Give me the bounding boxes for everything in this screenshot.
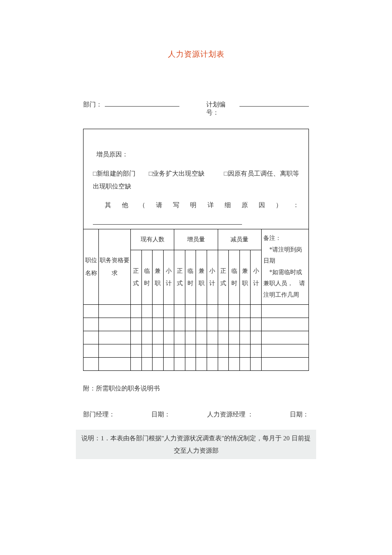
signature-line: 部门经理： 日期： 人力资源经理 ： 日期：	[83, 410, 309, 419]
reason-label: 增员原因：	[93, 146, 299, 163]
sub-parttime: 兼职	[196, 250, 207, 305]
dept-blank	[105, 100, 179, 107]
notes-cell: 备注： *请注明到岗日期 *如需临时或兼职人员， 请注明工作几周	[262, 229, 309, 305]
sub-subtotal: 小计	[251, 250, 262, 305]
table-row	[84, 304, 309, 318]
table-row	[84, 318, 309, 331]
sub-parttime: 兼职	[239, 250, 251, 305]
sub-formal: 正式	[218, 250, 229, 305]
sub-subtotal: 小计	[207, 250, 218, 305]
plan-number-blank	[239, 100, 309, 107]
reason-box: 增员原因： □新组建的部门 □业务扩大出现空缺 □因原有员工调任、离职等出现职位…	[83, 129, 309, 229]
appendix-note: 附：所需职位的职务说明书	[83, 384, 309, 393]
reason-other-label: 其他（请写明详细原因）：	[93, 197, 299, 214]
hr-plan-table: 职位名称 职务资格要求 现有人数 增员量 减员量 备注： *请注明到岗日期 *如…	[83, 229, 309, 371]
sub-temp: 临时	[229, 250, 240, 305]
date2-label: 日期：	[290, 410, 309, 419]
group-decrease: 减员量	[218, 229, 261, 250]
sub-subtotal: 小计	[163, 250, 174, 305]
col-position: 职位名称	[84, 229, 99, 305]
notes-label: 备注：	[263, 235, 281, 241]
dept-manager-label: 部门经理：	[83, 410, 115, 419]
table-row	[84, 331, 309, 344]
sub-temp: 临时	[141, 250, 153, 305]
group-increase: 增员量	[174, 229, 218, 250]
sub-parttime: 兼职	[153, 250, 164, 305]
sub-temp: 临时	[185, 250, 196, 305]
sub-formal: 正式	[130, 250, 141, 305]
table-row	[84, 357, 309, 370]
reason-options: □新组建的部门 □业务扩大出现空缺 □因原有员工调任、离职等出现职位空缺	[93, 167, 299, 193]
date1-label: 日期：	[151, 410, 170, 419]
dept-label: 部门：	[83, 101, 102, 109]
notes-line2: *如需临时或兼职人员， 请注明工作几周	[263, 269, 305, 298]
header-line: 部门： 计划编号：	[83, 100, 309, 117]
hr-manager-label: 人力资源经理 ：	[207, 410, 254, 419]
plan-number-label: 计划编号：	[206, 101, 237, 117]
footer-note: 说明：1．本表由各部门根据"人力资源状况调查表"的情况制定，每月于 20 日前提…	[76, 430, 316, 459]
col-requirement: 职务资格要求	[99, 229, 131, 305]
group-current: 现有人数	[130, 229, 174, 250]
notes-line1: *请注明到岗日期	[263, 246, 302, 264]
reason-other-blank	[93, 219, 242, 225]
sub-formal: 正式	[174, 250, 185, 305]
page-title: 人力资源计划表	[83, 49, 309, 59]
table-row	[84, 344, 309, 357]
